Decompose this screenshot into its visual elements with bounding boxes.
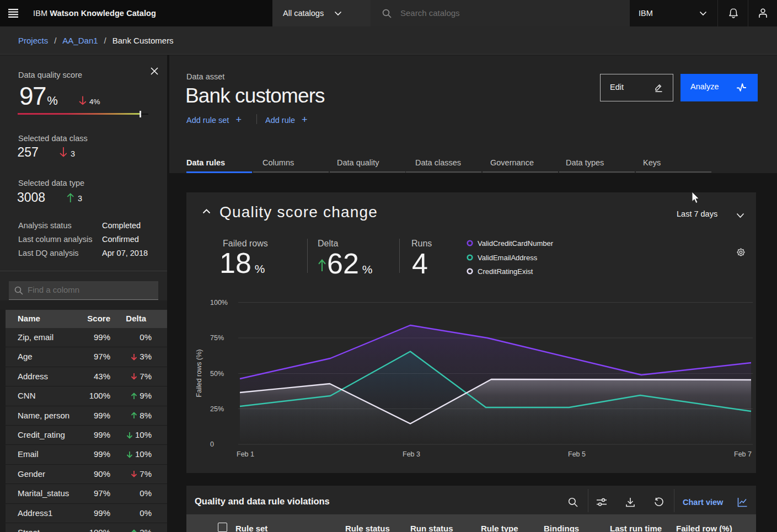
svg-text:25%: 25% — [210, 405, 224, 413]
svg-text:Feb 5: Feb 5 — [568, 450, 586, 458]
svg-text:Feb 1: Feb 1 — [237, 450, 254, 458]
svg-text:Feb 7: Feb 7 — [734, 450, 752, 458]
svg-text:Feb 3: Feb 3 — [403, 450, 420, 458]
svg-text:75%: 75% — [210, 334, 224, 342]
svg-text:100%: 100% — [210, 299, 228, 307]
svg-text:50%: 50% — [210, 370, 224, 378]
svg-text:Failed rows (%): Failed rows (%) — [195, 350, 203, 397]
svg-text:0: 0 — [210, 440, 214, 448]
